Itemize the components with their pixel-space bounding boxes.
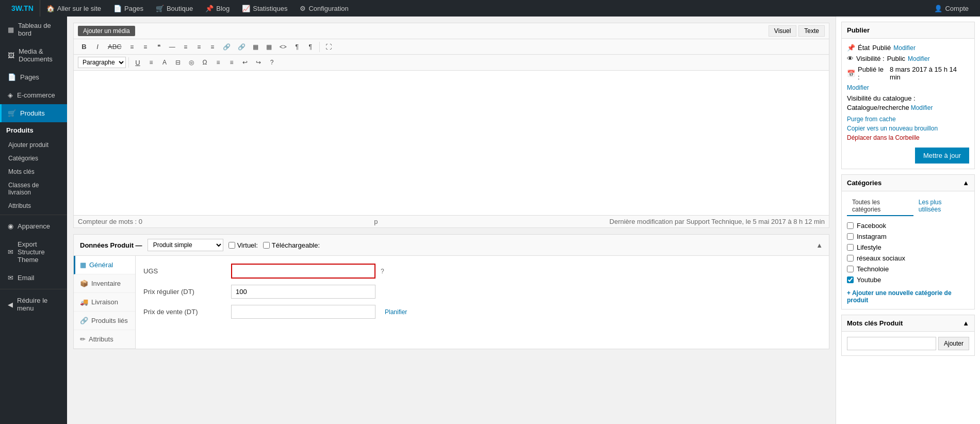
- sidebar-sub-ajouter-produit[interactable]: Ajouter produit: [0, 138, 67, 152]
- nav-site[interactable]: 🏠 Aller sur le site: [40, 0, 107, 17]
- paragraph-button[interactable]: ¶: [304, 42, 317, 52]
- ugs-help-icon[interactable]: ?: [381, 268, 384, 275]
- publie-modifier-link[interactable]: Modifier: [847, 84, 869, 91]
- collapse-mots-cles-icon[interactable]: ▲: [962, 319, 969, 327]
- etat-modifier-link[interactable]: Modifier: [893, 44, 916, 52]
- table2-button[interactable]: ▦: [263, 42, 275, 52]
- sidebar-item-ecommerce[interactable]: ◈ E-commerce: [0, 86, 67, 104]
- collapse-categories-icon[interactable]: ▲: [962, 179, 969, 187]
- product-tab-attributs[interactable]: ✏ Attributs: [74, 330, 135, 349]
- site-logo[interactable]: 3W.TN: [5, 0, 40, 17]
- paste-word-button[interactable]: ⊟: [172, 57, 184, 68]
- downloadable-checkbox[interactable]: [263, 242, 270, 249]
- produits-lies-icon: 🔗: [80, 317, 88, 324]
- sidebar-item-media[interactable]: 🖼 Media & Documents: [0, 42, 67, 68]
- catalogue-modifier-link[interactable]: Modifier: [911, 104, 933, 111]
- copy-brouillon-link[interactable]: Copier vers un nouveau brouillon: [847, 125, 969, 132]
- sidebar-item-export-structure-theme[interactable]: ✉ Export Structure Theme: [0, 235, 67, 269]
- editor-top-bar: Ajouter un média Visuel Texte: [74, 23, 829, 39]
- unlink-button[interactable]: 🔗: [235, 42, 249, 52]
- tab-texte[interactable]: Texte: [798, 25, 825, 37]
- category-checkbox-reseaux-sociaux[interactable]: [847, 255, 854, 262]
- category-checkbox-lifestyle[interactable]: [847, 244, 854, 251]
- nav-pages[interactable]: 📄 Pages: [107, 0, 150, 17]
- ul-button[interactable]: ≡: [126, 42, 138, 52]
- tab-visuel[interactable]: Visuel: [769, 25, 796, 37]
- cat-tab-popular[interactable]: Les plus utilisées: [913, 197, 969, 216]
- sidebar-item-apparence[interactable]: ◉ Apparence: [0, 217, 67, 235]
- justify-button[interactable]: ≡: [145, 57, 157, 68]
- hr-button[interactable]: —: [166, 42, 178, 52]
- account-icon: 👤: [934, 5, 942, 12]
- word-counter: Compteur de mots : 0: [78, 218, 142, 225]
- sidebar-item-email[interactable]: ✉ Email: [0, 269, 67, 287]
- sidebar-sub-categories[interactable]: Catégories: [0, 152, 67, 165]
- cat-tab-all[interactable]: Toutes les catégories: [847, 197, 913, 216]
- product-tab-livraison[interactable]: 🚚 Livraison: [74, 293, 135, 312]
- nav-configuration[interactable]: ⚙ Configuration: [293, 0, 354, 17]
- category-item-facebook: Facebook: [847, 220, 969, 231]
- underline-button[interactable]: U: [132, 57, 144, 68]
- category-checkbox-youtube[interactable]: [847, 276, 854, 283]
- deplacer-corbeille-link[interactable]: Déplacer dans la Corbeille: [847, 134, 969, 141]
- product-type-select[interactable]: Produit simpleProduit groupéProduit exte…: [148, 239, 223, 251]
- link-button[interactable]: 🔗: [220, 42, 234, 52]
- account-link[interactable]: 👤 Compte: [928, 5, 975, 12]
- add-media-button[interactable]: Ajouter un média: [78, 26, 135, 36]
- category-checkbox-technoloie[interactable]: [847, 266, 854, 272]
- product-tab-produits-lies[interactable]: 🔗 Produits liés: [74, 312, 135, 330]
- product-tab-general[interactable]: ▦ Général: [74, 256, 135, 274]
- prix-vente-input[interactable]: [231, 305, 375, 319]
- update-button[interactable]: Mettre à jour: [915, 148, 969, 164]
- category-checkbox-facebook[interactable]: [847, 222, 854, 229]
- ol-button[interactable]: ≡: [139, 42, 152, 52]
- mots-cles-input[interactable]: [847, 337, 936, 350]
- sidebar-item-produits[interactable]: 🛒 Produits: [0, 104, 67, 122]
- ajouter-mots-cles-button[interactable]: Ajouter: [938, 337, 969, 350]
- product-data-label: Données Produit —: [80, 241, 142, 249]
- strikethrough-button[interactable]: ABC: [105, 41, 125, 52]
- special-char-button[interactable]: ¶: [291, 42, 303, 52]
- update-row: Mettre à jour: [847, 145, 969, 164]
- nav-statistiques[interactable]: 📈 Statistiques: [236, 0, 293, 17]
- sidebar-item-reduire-menu[interactable]: ◀ Réduire le menu: [0, 291, 67, 317]
- add-category-link[interactable]: + Ajouter une nouvelle catégorie de prod…: [847, 289, 969, 304]
- redo-button[interactable]: ↪: [252, 57, 265, 68]
- sidebar-sub-attributs[interactable]: Attributs: [0, 199, 67, 213]
- editor-body[interactable]: [74, 71, 829, 215]
- product-tab-inventaire[interactable]: 📦 Inventaire: [74, 274, 135, 293]
- italic-button[interactable]: I: [91, 41, 104, 52]
- indent-button[interactable]: ≡: [212, 57, 224, 68]
- ugs-input[interactable]: [231, 264, 375, 279]
- fullscreen-button[interactable]: ⛶: [322, 42, 335, 52]
- align-left-button[interactable]: ≡: [179, 42, 192, 52]
- sidebar-sub-classes-livraison[interactable]: Classes de livraison: [0, 178, 67, 199]
- visibilite-modifier-link[interactable]: Modifier: [908, 55, 930, 62]
- help-button[interactable]: ?: [266, 57, 278, 68]
- sidebar-sub-mots-cles[interactable]: Mots clés: [0, 165, 67, 178]
- align-center-button[interactable]: ≡: [193, 42, 205, 52]
- code-button[interactable]: <>: [276, 42, 290, 52]
- special-char2-button[interactable]: Ω: [199, 57, 211, 68]
- nav-boutique[interactable]: 🛒 Boutique: [150, 0, 199, 17]
- virtual-checkbox[interactable]: [228, 242, 235, 249]
- blockquote-button[interactable]: ❝: [153, 42, 165, 52]
- color-button[interactable]: A: [158, 57, 171, 68]
- mots-cles-section: Mots clés Produit ▲ Ajouter: [841, 315, 975, 356]
- collapse-button[interactable]: ▲: [816, 241, 823, 249]
- purge-cache-link[interactable]: Purge from cache: [847, 116, 969, 123]
- erase-format-button[interactable]: ◎: [185, 57, 198, 68]
- align-right-button[interactable]: ≡: [206, 42, 219, 52]
- planifier-link[interactable]: Planifier: [385, 308, 407, 316]
- undo-button[interactable]: ↩: [239, 57, 251, 68]
- category-checkbox-instagram[interactable]: [847, 233, 854, 240]
- outdent-button[interactable]: ≡: [225, 57, 238, 68]
- prix-regulier-input[interactable]: [231, 285, 375, 299]
- nav-blog[interactable]: 📌 Blog: [199, 0, 236, 17]
- format-select[interactable]: ParagrapheEn-tête 1En-tête 2En-tête 3: [78, 57, 126, 68]
- sidebar-item-pages[interactable]: 📄 Pages: [0, 68, 67, 86]
- table-button[interactable]: ▦: [250, 42, 262, 52]
- top-navigation: 3W.TN 🏠 Aller sur le site 📄 Pages 🛒 Bout…: [0, 0, 980, 17]
- bold-button[interactable]: B: [78, 41, 90, 52]
- sidebar-item-tableau-de-bord[interactable]: ▦ Tableau de bord: [0, 17, 67, 42]
